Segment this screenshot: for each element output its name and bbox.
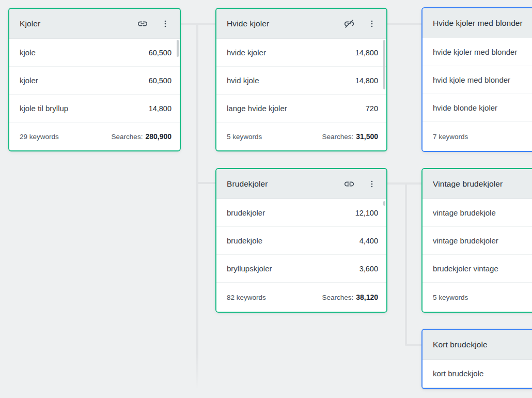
keyword-row[interactable]: hvid kjole med blonder: [423, 66, 532, 94]
cluster-title: Kjoler: [20, 19, 40, 28]
cluster-card-brudekjoler[interactable]: Brudekjoler brudekjoler 12,100 brudekjol…: [215, 168, 387, 313]
cluster-title: Hvide kjoler: [227, 19, 269, 28]
connector-line: [180, 23, 216, 25]
keyword-text: kjole til bryllup: [20, 104, 68, 113]
link-icon[interactable]: [343, 178, 355, 190]
keyword-text: bryllupskjoler: [227, 264, 272, 273]
cluster-card-kjoler[interactable]: Kjoler kjole 60,500 kjoler 60,500: [8, 8, 181, 151]
keyword-row[interactable]: brudekjoler vintage: [423, 255, 532, 283]
card-footer: 82 keywords Searches: 38,120: [216, 283, 386, 312]
keyword-row[interactable]: hvide kjoler med blonder: [423, 38, 532, 66]
keyword-row[interactable]: kjole til bryllup 14,800: [9, 95, 180, 123]
keyword-row[interactable]: vintage brudekjoler: [423, 227, 532, 255]
searches-value: 38,120: [356, 293, 378, 301]
keyword-row[interactable]: hvide blonde kjoler: [423, 94, 532, 122]
cluster-card-header[interactable]: Hvide kjoler: [216, 9, 386, 39]
connector-line: [405, 182, 407, 346]
link-icon[interactable]: [136, 18, 149, 30]
keyword-text: vintage brudekjoler: [433, 236, 498, 245]
keyword-row[interactable]: brudekjoler 12,100: [216, 199, 386, 227]
keyword-row[interactable]: bryllupskjoler 3,600: [216, 255, 386, 283]
keyword-text: vintage brudekjole: [433, 208, 496, 217]
keyword-text: hvide kjoler: [227, 48, 266, 57]
keyword-row[interactable]: hvide kjoler 14,800: [216, 39, 386, 67]
cluster-card-vintage-brudekjoler[interactable]: Vintage brudekjoler vintage brudekjole v…: [421, 168, 532, 313]
keyword-count: 82 keywords: [227, 294, 266, 301]
kebab-menu-icon[interactable]: [366, 178, 378, 190]
keyword-row[interactable]: brudekjole 4,400: [216, 227, 386, 255]
keyword-text: hvid kjole med blonder: [433, 75, 510, 84]
cluster-card-hvide-kjoler[interactable]: Hvide kjoler hvide kjoler 14,800 hvid kj…: [215, 8, 387, 151]
search-volume: 14,800: [349, 76, 378, 85]
searches-label: Searches:: [322, 133, 353, 141]
keyword-row[interactable]: kjoler 60,500: [9, 67, 180, 95]
keyword-text: kjole: [20, 48, 36, 57]
search-volume: 12,100: [349, 209, 378, 217]
search-volume: 14,800: [143, 104, 171, 113]
scrollbar-thumb[interactable]: [177, 40, 179, 57]
keyword-text: hvid kjole: [227, 76, 259, 85]
search-volume: 4,400: [353, 237, 378, 245]
card-footer: 29 keywords Searches: 280,900: [9, 123, 180, 150]
connector-line: [405, 344, 423, 346]
keyword-text: kort brudekjole: [433, 369, 483, 378]
keyword-count: 7 keywords: [433, 133, 468, 141]
connector-line: [196, 23, 198, 390]
keyword-row[interactable]: kort brudekjole: [423, 360, 532, 388]
keyword-text: kjoler: [20, 76, 38, 85]
cluster-card-header[interactable]: Hvide kjoler med blonder: [423, 8, 532, 38]
keyword-text: hvide blonde kjoler: [433, 103, 497, 112]
connector-line: [386, 182, 423, 185]
keyword-text: lange hvide kjoler: [227, 104, 287, 113]
card-footer: 5 keywords: [423, 283, 532, 312]
searches-label: Searches:: [112, 133, 143, 141]
searches-label: Searches:: [322, 294, 353, 301]
keyword-text: brudekjole: [227, 236, 262, 245]
keyword-row[interactable]: hvid kjole 14,800: [216, 67, 386, 95]
kebab-menu-icon[interactable]: [159, 18, 171, 30]
cluster-title: Brudekjoler: [227, 179, 268, 189]
cluster-card-header[interactable]: Vintage brudekjoler: [423, 169, 532, 199]
cluster-card-header[interactable]: Kort brudekjole: [423, 330, 532, 360]
unlink-icon[interactable]: [343, 18, 355, 30]
search-volume: 14,800: [349, 49, 378, 57]
searches-total: Searches: 280,900: [112, 132, 171, 141]
searches-total: Searches: 38,120: [322, 293, 378, 301]
cluster-title: Vintage brudekjoler: [433, 179, 503, 189]
searches-total: Searches: 31,500: [322, 132, 378, 141]
searches-value: 280,900: [145, 132, 171, 141]
cluster-card-header[interactable]: Kjoler: [9, 9, 180, 39]
search-volume: 3,600: [353, 265, 378, 273]
connector-line: [196, 182, 216, 184]
search-volume: 60,500: [143, 76, 171, 85]
search-volume: 60,500: [143, 49, 171, 57]
card-footer: 5 keywords Searches: 31,500: [216, 123, 386, 150]
keyword-row[interactable]: vintage brudekjole: [423, 199, 532, 227]
keyword-text: brudekjoler vintage: [433, 264, 498, 273]
scrollbar-thumb[interactable]: [383, 40, 385, 89]
cluster-card-hvide-kjoler-med-blonder[interactable]: Hvide kjoler med blonder hvide kjoler me…: [421, 7, 532, 152]
card-footer: 7 keywords: [423, 122, 532, 151]
keyword-count: 5 keywords: [433, 294, 468, 301]
keyword-text: brudekjoler: [227, 208, 265, 217]
cluster-card-kort-brudekjole[interactable]: Kort brudekjole kort brudekjole: [421, 329, 532, 389]
cluster-title: Kort brudekjole: [433, 340, 488, 349]
keyword-row[interactable]: lange hvide kjoler 720: [216, 95, 386, 123]
search-volume: 720: [359, 104, 378, 113]
keyword-count: 29 keywords: [20, 133, 59, 141]
scrollbar-thumb[interactable]: [383, 201, 385, 206]
cluster-title: Hvide kjoler med blonder: [433, 19, 523, 28]
cluster-card-header[interactable]: Brudekjoler: [216, 169, 386, 199]
keyword-text: hvide kjoler med blonder: [433, 48, 517, 56]
keyword-count: 5 keywords: [227, 133, 262, 141]
keyword-row[interactable]: kjole 60,500: [9, 39, 180, 67]
kebab-menu-icon[interactable]: [366, 18, 378, 30]
connector-line: [386, 23, 423, 25]
cluster-canvas[interactable]: Kjoler kjole 60,500 kjoler 60,500: [0, 0, 532, 398]
searches-value: 31,500: [356, 132, 378, 141]
